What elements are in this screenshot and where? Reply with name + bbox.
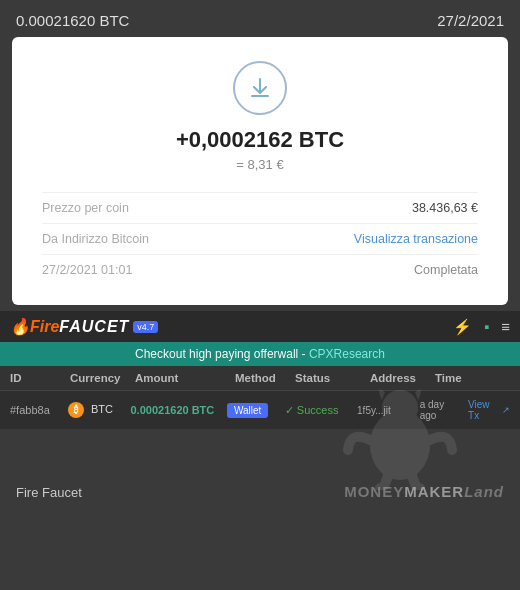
receipt-label-date: 27/2/2021 01:01 <box>42 263 132 277</box>
col-header-method: Method <box>235 372 295 384</box>
receipt-icon-wrap <box>42 61 478 115</box>
menu-icon[interactable]: ≡ <box>501 318 510 335</box>
download-icon <box>233 61 287 115</box>
col-header-amount: Amount <box>135 372 235 384</box>
ff-faucet-label: FAUCET <box>59 318 129 336</box>
receipt-card: +0,0002162 BTC = 8,31 € Prezzo per coin … <box>12 37 508 305</box>
receipt-status: Completata <box>414 263 478 277</box>
btc-badge: ₿ <box>68 402 84 418</box>
external-link-icon: ↗ <box>502 405 510 415</box>
receipt-row-date: 27/2/2021 01:01 Completata <box>42 254 478 285</box>
top-bar: 0.00021620 BTC 27/2/2021 <box>0 0 520 37</box>
ff-fire-text: 🔥 <box>10 317 30 336</box>
wallet-button[interactable]: Wallet <box>227 403 268 418</box>
receipt-label-address: Da Indirizzo Bitcoin <box>42 232 149 246</box>
footer-left: Fire Faucet <box>16 485 82 500</box>
firefaucet-bar: 🔥 Fire FAUCET v4.7 ⚡ ▪ ≡ <box>0 311 520 342</box>
col-header-currency: Currency <box>70 372 135 384</box>
row-method: Wallet <box>227 403 285 418</box>
receipt-btc-amount: +0,0002162 BTC <box>42 127 478 153</box>
receipt-label-price: Prezzo per coin <box>42 201 129 215</box>
footer-land: Land <box>464 483 504 500</box>
row-id: #fabb8a <box>10 404 68 416</box>
receipt-tx-link[interactable]: Visualizza transazione <box>354 232 478 246</box>
col-header-id: ID <box>10 372 70 384</box>
row-amount: 0.00021620 BTC <box>131 404 227 416</box>
ff-fire-label: Fire <box>30 318 59 336</box>
wallet-icon[interactable]: ▪ <box>484 318 489 335</box>
promo-link[interactable]: CPXResearch <box>309 347 385 361</box>
receipt-row-address: Da Indirizzo Bitcoin Visualizza transazi… <box>42 223 478 254</box>
top-amount: 0.00021620 BTC <box>16 12 129 29</box>
view-tx-link[interactable]: View Tx <box>468 399 502 421</box>
ff-version: v4.7 <box>133 321 158 333</box>
row-currency: ₿ BTC <box>68 402 131 418</box>
svg-point-1 <box>382 390 418 426</box>
promo-text: Checkout high paying offerwall - <box>135 347 309 361</box>
promo-bar: Checkout high paying offerwall - CPXRese… <box>0 342 520 366</box>
receipt-eur-amount: = 8,31 € <box>42 157 478 172</box>
receipt-row-price: Prezzo per coin 38.436,63 € <box>42 192 478 223</box>
receipt-value-price: 38.436,63 € <box>412 201 478 215</box>
check-icon: ✓ <box>285 404 297 416</box>
bolt-icon[interactable]: ⚡ <box>453 318 472 336</box>
mascot-silhouette <box>340 380 460 490</box>
ff-icons-group: ⚡ ▪ ≡ <box>453 318 510 336</box>
top-date: 27/2/2021 <box>437 12 504 29</box>
ff-logo: 🔥 Fire FAUCET v4.7 <box>10 317 158 336</box>
